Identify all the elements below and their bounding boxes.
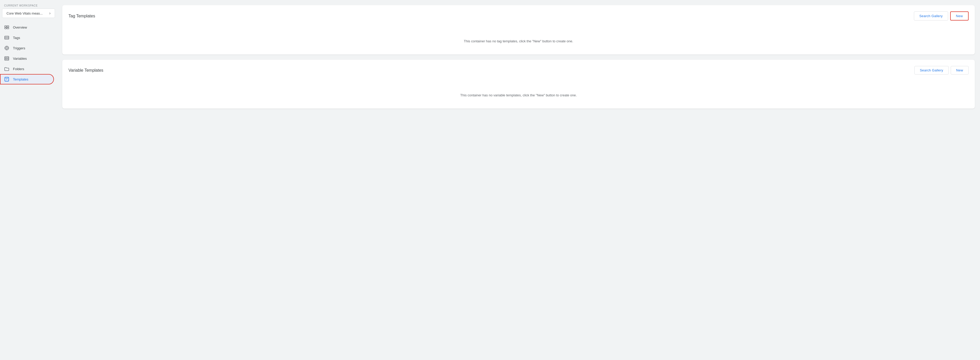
variable-templates-card: Variable Templates Search Gallery New Th… <box>62 60 975 109</box>
svg-rect-14 <box>5 58 6 58</box>
sidebar-item-templates[interactable]: Templates <box>0 74 54 85</box>
overview-icon <box>4 25 10 30</box>
svg-rect-13 <box>5 57 9 60</box>
svg-rect-16 <box>7 58 8 58</box>
sidebar-item-tags-label: Tags <box>13 36 20 40</box>
triggers-icon <box>4 45 10 51</box>
sidebar-item-overview[interactable]: Overview <box>0 22 54 32</box>
tag-templates-empty-message: This container has no tag templates, cli… <box>68 29 969 48</box>
svg-rect-15 <box>5 59 6 59</box>
tag-templates-title: Tag Templates <box>68 14 95 18</box>
svg-point-8 <box>6 47 8 49</box>
variable-search-gallery-button[interactable]: Search Gallery <box>915 66 949 75</box>
svg-rect-0 <box>5 26 6 27</box>
sidebar-item-folders-label: Folders <box>13 67 24 71</box>
variable-templates-empty-message: This container has no variable templates… <box>68 83 969 102</box>
workspace-selector[interactable]: Core Web Vitals meas... › <box>2 8 55 18</box>
workspace-name: Core Web Vitals meas... <box>6 11 43 15</box>
svg-rect-1 <box>7 26 9 27</box>
svg-rect-4 <box>5 36 9 39</box>
tag-search-gallery-button[interactable]: Search Gallery <box>914 11 948 21</box>
sidebar-item-templates-label: Templates <box>13 77 28 81</box>
sidebar: CURRENT WORKSPACE Core Web Vitals meas..… <box>0 0 57 360</box>
tag-templates-header: Tag Templates Search Gallery New <box>68 11 969 21</box>
folders-icon <box>4 66 10 72</box>
sidebar-item-variables-label: Variables <box>13 57 27 61</box>
variable-templates-actions: Search Gallery New <box>915 66 969 75</box>
variables-icon <box>4 56 10 61</box>
sidebar-item-folders[interactable]: Folders <box>0 64 54 74</box>
svg-rect-2 <box>5 27 6 29</box>
variable-templates-title: Variable Templates <box>68 68 103 73</box>
tags-icon <box>4 35 10 40</box>
workspace-chevron: › <box>49 11 51 16</box>
sidebar-item-variables[interactable]: Variables <box>0 53 54 64</box>
sidebar-item-tags[interactable]: Tags <box>0 32 54 43</box>
tag-templates-actions: Search Gallery New <box>914 11 969 21</box>
tag-new-button[interactable]: New <box>950 11 969 21</box>
templates-icon <box>4 77 10 82</box>
main-content: Tag Templates Search Gallery New This co… <box>57 0 980 360</box>
sidebar-nav: Overview Tags <box>0 22 57 85</box>
workspace-label: CURRENT WORKSPACE <box>0 4 57 8</box>
variable-templates-header: Variable Templates Search Gallery New <box>68 66 969 75</box>
sidebar-item-triggers[interactable]: Triggers <box>0 43 54 53</box>
sidebar-item-triggers-label: Triggers <box>13 46 25 50</box>
variable-new-button[interactable]: New <box>951 66 969 75</box>
svg-rect-3 <box>7 27 9 29</box>
tag-templates-card: Tag Templates Search Gallery New This co… <box>62 5 975 54</box>
svg-rect-17 <box>7 59 8 59</box>
sidebar-item-overview-label: Overview <box>13 26 27 29</box>
